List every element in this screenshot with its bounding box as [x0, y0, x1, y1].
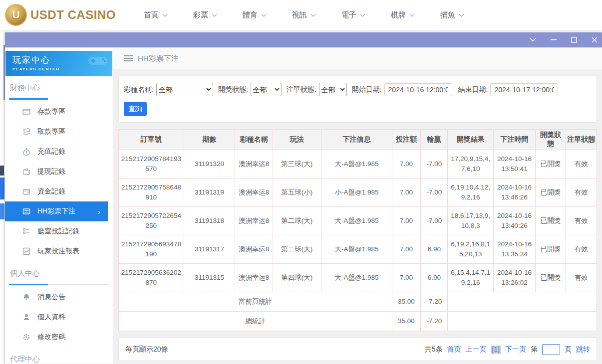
sidebar-item-hh-lottery-bet[interactable]: HH彩票下注› [5, 201, 108, 221]
table-cell: 6.90 [421, 235, 448, 264]
sidebar-item-label: 廳室投註記錄 [37, 227, 79, 236]
start-date-label: 開始日期: [352, 85, 382, 94]
table-cell: 第二球(大) [273, 207, 321, 235]
sidebar-section-title: 財務中心 [9, 82, 109, 99]
end-date-input[interactable] [490, 83, 558, 96]
chevron-down-icon [212, 13, 217, 17]
table-header-row: 訂單號期數彩種名稱玩法下注信息投注額輸贏開獎結果下注時間開獎狀態注單狀態 [119, 130, 597, 150]
column-header-9: 下注時間 [493, 130, 535, 150]
window-maximize-button[interactable] [570, 36, 578, 43]
summary-empty-cell [448, 292, 597, 312]
sidebar-item-room-bet-record[interactable]: 廳室投註記錄 [9, 221, 109, 241]
brand-coin-icon: U [5, 4, 27, 26]
sidebar-item-announcements[interactable]: 消息公告 [9, 287, 109, 307]
column-header-5: 下注信息 [321, 130, 392, 150]
background-fragment [0, 203, 4, 219]
table-cell: 有效 [566, 150, 597, 179]
sidebar-item-deposit[interactable]: 存款專區 [9, 102, 109, 122]
sidebar-item-withdraw[interactable]: 取款專區 [9, 122, 109, 142]
sidebar-item-change-password[interactable]: 修改密碼 [9, 327, 109, 347]
summary-row: 當前頁統計35.00-7.20 [119, 292, 597, 312]
page-title: HH彩票下注 [138, 54, 179, 63]
sidebar: 玩家中心 PLAYERS CENTER 財務中心存款專區取款專區充值記錄提現記錄… [5, 47, 113, 364]
lottery-name-select[interactable]: 全部 [156, 83, 213, 96]
table-cell: 6,15,4,14,7,19,2,16 [448, 264, 493, 292]
sidebar-item-recharge-record[interactable]: 充值記錄 [9, 142, 109, 162]
table-cell: 已開獎 [536, 207, 566, 235]
table-cell: 6,19,2,16,8,15,20,13 [448, 235, 493, 264]
table-cell: 2152172905693478190 [119, 235, 184, 264]
deposit-card-icon [22, 108, 30, 116]
nav-item-label: 彩票 [193, 10, 208, 20]
table-cell: 已開獎 [536, 179, 566, 207]
window-minimize-button[interactable] [550, 36, 557, 43]
draw-status-select[interactable]: 全部 [251, 83, 282, 96]
table-cell: 2024-10-16 13:46:26 [493, 179, 535, 207]
window-collapse-button[interactable] [529, 36, 537, 43]
nav-item-label: 捕魚 [440, 10, 455, 20]
table-cell: 澳洲幸运8 [235, 264, 273, 292]
brand-logo[interactable]: U USDT CASINO [5, 4, 116, 26]
chevron-down-icon [459, 13, 464, 17]
jump-prefix-label: 第 [531, 345, 538, 354]
sidebar-items: 消息公告個人資料修改密碼 [9, 285, 109, 347]
table-cell: 有效 [566, 235, 597, 264]
table-cell: 第四球(大) [273, 264, 321, 292]
nav-item-4[interactable]: 視訊 [292, 10, 316, 20]
sidebar-item-fund-record[interactable]: 資金記錄 [9, 182, 109, 201]
table-cell: 31191315 [184, 264, 235, 292]
summary-label: 總統計 [119, 312, 392, 331]
table-cell: 已開獎 [536, 150, 566, 179]
pagination-bar: 每頁顯示20條 共5条 首页 上一页 [1] 下一页 第 页 跳转 [118, 338, 597, 361]
nav-item-3[interactable]: 體育 [243, 10, 267, 20]
summary-bet-total: 35.00 [392, 312, 420, 331]
first-page-link[interactable]: 首页 [447, 345, 461, 354]
summary-winloss-total: -7.20 [421, 312, 448, 331]
background-page-strip [0, 30, 5, 364]
current-page-indicator: [1] [491, 346, 501, 354]
nav-item-1[interactable]: 首頁 [144, 10, 168, 20]
sidebar-items: 存款專區取款專區充值記錄提現記錄資金記錄HH彩票下注›廳室投註記錄玩家投注報表 [9, 99, 109, 261]
page-jump-input[interactable] [542, 344, 560, 355]
table-cell: 2152172905784193570 [119, 150, 184, 179]
sidebar-section-1: 財務中心存款專區取款專區充值記錄提現記錄資金記錄HH彩票下注›廳室投註記錄玩家投… [5, 76, 113, 261]
table-cell: 6,19,10,4,12,9,2,16 [448, 179, 493, 207]
prev-page-link[interactable]: 上一页 [465, 345, 486, 354]
column-header-11: 注單狀態 [566, 130, 597, 150]
column-header-2: 期數 [184, 130, 235, 150]
table-cell: 7.00 [392, 207, 420, 235]
table-row: 215217290578419357031191320澳洲幸运8第三球(大)大-… [119, 150, 597, 179]
nav-item-label: 棋牌 [391, 10, 406, 20]
sidebar-item-label: 充值記錄 [37, 147, 65, 156]
nav-item-6[interactable]: 棋牌 [391, 10, 415, 20]
jump-button[interactable]: 跳转 [576, 345, 590, 354]
brand-name: USDT CASINO [30, 8, 116, 22]
sidebar-item-profile[interactable]: 個人資料 [9, 307, 109, 327]
table-cell: -7.00 [421, 179, 448, 207]
start-date-input[interactable] [384, 83, 452, 96]
nav-item-5[interactable]: 電子 [341, 10, 365, 20]
summary-row: 總統計35.00-7.20 [119, 312, 597, 331]
moneybag-icon [22, 148, 30, 156]
menu-toggle-icon[interactable] [124, 55, 133, 62]
withdraw-hand-icon [22, 128, 30, 136]
table-cell: 第五球(小) [273, 179, 321, 207]
search-button[interactable]: 查詢 [124, 102, 147, 116]
chevron-right-icon: › [98, 207, 100, 216]
next-page-link[interactable]: 下一页 [505, 345, 526, 354]
column-header-7: 輸贏 [421, 130, 448, 150]
nav-item-7[interactable]: 捕魚 [440, 10, 464, 20]
sidebar-item-label: 資金記錄 [37, 187, 65, 196]
table-cell: 17,20,9,15,4,7,6,10 [448, 150, 493, 179]
order-status-select[interactable]: 全部 [319, 83, 347, 96]
table-cell: 澳洲幸运8 [235, 179, 273, 207]
sidebar-item-player-bet-report[interactable]: 玩家投注報表 [9, 241, 109, 261]
table-cell: 大-A盤@1.985 [321, 264, 392, 292]
sidebar-item-label: 提現記錄 [37, 167, 65, 176]
table-cell: 有效 [566, 179, 597, 207]
sidebar-item-withdraw-record[interactable]: 提現記錄 [9, 162, 109, 182]
column-header-3: 彩種名稱 [235, 130, 273, 150]
bet-doc-icon [22, 207, 30, 215]
window-close-button[interactable] [591, 36, 598, 43]
nav-item-2[interactable]: 彩票 [193, 10, 217, 20]
